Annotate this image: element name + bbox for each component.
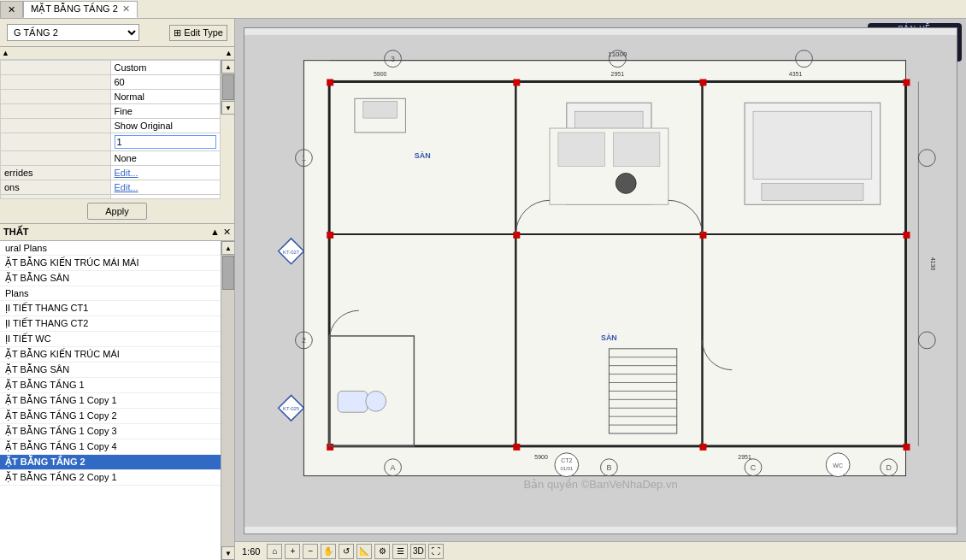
svg-text:2951: 2951 <box>611 71 625 77</box>
layers-close-icon[interactable]: ✕ <box>223 227 231 238</box>
scroll-up-arrow[interactable]: ▲ <box>221 60 234 74</box>
floorplan-svg: 11000 <box>244 28 957 533</box>
layer-item-13[interactable]: ẶT BẰNG TẦNG 1 Copy 4 <box>0 439 221 455</box>
layers-scroll-thumb[interactable] <box>222 256 234 290</box>
layers-scrollbar: ▲ ▼ <box>221 241 234 560</box>
svg-text:B: B <box>606 463 611 472</box>
layer-item-5[interactable]: ỊI TIẾT THANG CT2 <box>0 316 221 332</box>
prop-value-overrides[interactable]: Edit... <box>110 166 221 180</box>
prop-row-fine: Fine <box>1 104 221 119</box>
layer-item-8[interactable]: ẶT BẰNG SÂN <box>0 363 221 378</box>
prop-label-blank <box>1 195 111 199</box>
bottom-tools: ⌂ + − ✋ ↺ 📐 ⚙ ☰ 3D ⛶ <box>267 544 444 559</box>
svg-rect-15 <box>700 232 707 239</box>
prop-label-none <box>1 151 111 166</box>
svg-rect-19 <box>700 444 707 451</box>
properties-table: Custom 60 Normal Fine <box>0 60 221 199</box>
scroll-down-arrow[interactable]: ▼ <box>221 101 234 115</box>
apply-button[interactable]: Apply <box>87 203 147 220</box>
layer-item-6[interactable]: ỊI TIẾT WC <box>0 332 221 347</box>
layers-title: THẤT <box>3 227 28 238</box>
tool-fullscreen[interactable]: ⛶ <box>428 544 444 559</box>
svg-text:KT-027: KT-027 <box>283 250 299 255</box>
tab-close-btn[interactable]: ✕ <box>0 1 23 18</box>
prop-row-ons: ons Edit... <box>1 180 221 195</box>
layers-list: ural Plans ẶT BẰNG KIẾN TRÚC MÁI MÁI ẶT … <box>0 241 221 560</box>
scroll-down-btn2[interactable]: ▲ <box>225 49 233 57</box>
scroll-thumb[interactable] <box>222 74 234 100</box>
layers-scroll-up[interactable]: ▲ <box>221 241 234 255</box>
svg-rect-12 <box>904 79 910 85</box>
svg-rect-35 <box>363 101 398 118</box>
props-wrapper: Custom 60 Normal Fine <box>0 60 234 199</box>
prop-row-input[interactable] <box>1 133 221 151</box>
svg-rect-14 <box>513 232 520 239</box>
prop-row-overrides: errides Edit... <box>1 166 221 180</box>
svg-rect-13 <box>327 232 333 239</box>
svg-rect-81 <box>338 391 368 412</box>
tool-measure[interactable]: 📐 <box>356 544 372 559</box>
close-icon[interactable]: ✕ <box>8 4 15 15</box>
svg-text:C: C <box>751 463 757 472</box>
scroll-track <box>221 74 234 101</box>
svg-rect-18 <box>513 444 520 451</box>
overrides-edit-link[interactable]: Edit... <box>115 168 138 178</box>
svg-text:5900: 5900 <box>374 71 387 77</box>
layers-header: THẤT ▲ ✕ <box>0 224 234 241</box>
tab-close-x[interactable]: ✕ <box>122 3 130 15</box>
prop-row-normal: Normal <box>1 90 221 104</box>
prop-row-custom: Custom <box>1 61 221 75</box>
svg-rect-16 <box>904 232 910 239</box>
prop-label-show-original <box>1 119 111 133</box>
layers-scroll-down[interactable]: ▼ <box>221 546 234 560</box>
layer-item-14[interactable]: ẶT BẰNG TẦNG 2 <box>0 455 221 470</box>
layer-item-7[interactable]: ẶT BẰNG KIẾN TRÚC MÁI <box>0 347 221 363</box>
ons-edit-link[interactable]: Edit... <box>115 182 138 192</box>
svg-rect-9 <box>327 79 333 85</box>
properties-section: ▲ ▲ Custom 60 <box>0 47 234 199</box>
layer-item-2[interactable]: ẶT BẰNG SÂN <box>0 271 221 286</box>
layer-item-15[interactable]: ẶT BẰNG TẦNG 2 Copy 1 <box>0 470 221 486</box>
prop-value-input[interactable] <box>110 133 221 151</box>
prop-row-none: None <box>1 151 221 166</box>
left-panel: G TẦNG 2 ⊞ Edit Type ▲ ▲ Custom <box>0 19 235 560</box>
layer-item-4[interactable]: ỊI TIẾT THANG CT1 <box>0 301 221 316</box>
layer-item-1[interactable]: ẶT BẰNG KIẾN TRÚC MÁI MÁI <box>0 256 221 271</box>
tool-rotate[interactable]: ↺ <box>339 544 354 559</box>
prop-row-60: 60 <box>1 75 221 90</box>
prop-value-ons[interactable]: Edit... <box>110 180 221 195</box>
layer-item-10[interactable]: ẶT BẰNG TẦNG 1 Copy 1 <box>0 393 221 409</box>
tool-zoom-in[interactable]: + <box>285 544 300 559</box>
layers-controls: ▲ ✕ <box>210 227 231 238</box>
layers-expand-icon[interactable]: ▲ <box>210 227 220 238</box>
prop-row-blank <box>1 195 221 199</box>
tool-settings[interactable]: ⚙ <box>374 544 390 559</box>
layer-item-11[interactable]: ẶT BẰNG TẦNG 1 Copy 2 <box>0 409 221 424</box>
svg-text:2951: 2951 <box>738 454 751 460</box>
tool-home[interactable]: ⌂ <box>267 544 282 559</box>
prop-label-ons: ons <box>1 180 111 195</box>
svg-text:4130: 4130 <box>930 257 936 271</box>
layer-item-9[interactable]: ẶT BẰNG TẦNG 1 <box>0 378 221 393</box>
layer-item-12[interactable]: ẶT BẰNG TẦNG 1 Copy 3 <box>0 424 221 439</box>
svg-rect-20 <box>904 444 910 451</box>
props-vertical-scroll: ▲ ▼ <box>221 60 234 115</box>
prop-value-normal: Normal <box>110 90 221 104</box>
edit-type-button[interactable]: ⊞ Edit Type <box>169 25 227 41</box>
svg-rect-17 <box>327 444 333 451</box>
tool-pan[interactable]: ✋ <box>321 544 336 559</box>
prop-value-60: 60 <box>110 75 221 90</box>
prop-value-custom: Custom <box>110 61 221 75</box>
tool-layers[interactable]: ☰ <box>392 544 408 559</box>
layer-item-3[interactable]: Plans <box>0 286 221 301</box>
view-dropdown[interactable]: G TẦNG 2 <box>7 24 139 41</box>
prop-input-field[interactable] <box>115 135 217 149</box>
layer-item-0[interactable]: ural Plans <box>0 241 221 256</box>
tab-mat-bang-tang-2[interactable]: MẶT BẰNG TẦNG 2 ✕ <box>23 1 138 18</box>
tool-3d[interactable]: 3D <box>410 544 426 559</box>
tool-zoom-out[interactable]: − <box>303 544 318 559</box>
svg-text:KT-025: KT-025 <box>283 406 300 411</box>
scroll-up-btn[interactable]: ▲ <box>2 49 9 57</box>
svg-rect-41 <box>762 183 863 200</box>
layers-scroll-track <box>221 255 234 546</box>
